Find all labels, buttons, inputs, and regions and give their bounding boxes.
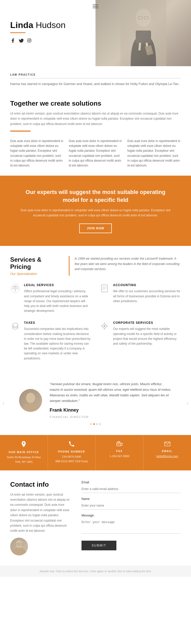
corporate-title: CORPORATE SERVICES (113, 321, 181, 325)
contact-form-right: Email Name Message SUBMIT (81, 481, 181, 555)
services-section: Services & Pricing Our Specialization In… (0, 246, 191, 371)
email-link[interactable]: hello@home.com (156, 455, 178, 458)
twitter-icon[interactable] (18, 38, 24, 43)
solutions-title: Together we create solutions (10, 100, 181, 107)
contact-form-desc: Ut enim ad minim veniam, quis nostrud ex… (10, 492, 71, 534)
phone-label: PHONE NUMBER (52, 450, 91, 453)
svg-point-20 (13, 323, 18, 327)
testimonial-dots (90, 423, 101, 425)
dot-3[interactable] (96, 423, 98, 425)
hero-first-name: Linda (10, 20, 33, 30)
svg-point-4 (136, 9, 151, 27)
accounting-desc: We offer to our customers accounting ser… (113, 289, 181, 304)
svg-rect-33 (121, 443, 122, 445)
fax-icon (100, 441, 139, 448)
svg-rect-0 (28, 39, 31, 42)
services-intro: In 1994 we started providing our service… (69, 256, 181, 276)
solutions-col-1: Duis aute irure dolor in reprehenderit i… (10, 139, 64, 168)
message-form-group: Message (81, 514, 181, 535)
solutions-col-3: Duis aute irure dolor in reprehenderit i… (127, 139, 181, 168)
testimonial-inner: "Aenean pulvinar dui ornare, feugiat lor… (19, 381, 172, 419)
hero-section: Linda Hudson (0, 0, 191, 66)
submit-button[interactable]: SUBMIT (81, 541, 116, 550)
contact-form-left: Contact info Ut enim ad minim veniam, qu… (10, 481, 71, 555)
name-form-label: Name (81, 497, 181, 501)
banner-desc: Duis aute irure dolor in reprehenderit i… (20, 208, 171, 218)
hero-image: FIN (96, 0, 191, 66)
service-legal: LEGAL SERVICES Offers professional legal… (10, 283, 92, 313)
legal-title: LEGAL SERVICES (24, 283, 92, 287)
services-header: Services & Pricing Our Specialization In… (10, 256, 181, 276)
prev-arrow[interactable]: ‹ (3, 400, 4, 407)
solutions-section: Together we create solutions Ut enim ad … (0, 92, 191, 176)
footer-note-text: Sample text. Click to select the text bo… (39, 570, 152, 573)
svg-point-1 (29, 40, 30, 41)
services-grid: LEGAL SERVICES Offers professional legal… (10, 283, 181, 361)
footer-note: Sample text. Click to select the text bo… (0, 566, 191, 577)
contact-bar: OUR MAIN OFFICE SoHo 94 Broadway St NewY… (0, 435, 191, 470)
next-arrow[interactable]: › (187, 400, 188, 407)
contact-fax: FAX 1-234-567-8900 (96, 435, 144, 470)
contact-form-section: Contact info Ut enim ad minim veniam, qu… (0, 470, 191, 566)
law-text: Hanna has starred in campaigns for Garnn… (10, 81, 181, 87)
services-title-block: Services & Pricing Our Specialization (10, 256, 61, 276)
svg-point-25 (104, 325, 105, 327)
svg-point-30 (26, 393, 35, 403)
message-form-label: Message (81, 514, 181, 517)
dot-2[interactable] (93, 423, 95, 425)
service-taxes: TAXES Successful companies take tax impl… (10, 321, 92, 361)
contact-form-title: Contact info (10, 481, 71, 488)
accounting-content: ACCOUNTING We offer to our customers acc… (113, 283, 181, 304)
contact-avatar (10, 538, 28, 555)
fax-value: 1-234-567-8900 (100, 454, 139, 459)
accounting-icon (99, 283, 110, 293)
taxes-content: TAXES Successful companies take tax impl… (24, 321, 92, 361)
email-label: EMAIL (147, 450, 187, 453)
legal-icon (10, 283, 20, 293)
svg-rect-5 (136, 31, 151, 43)
instagram-icon[interactable] (26, 38, 32, 43)
legal-desc: Offers professional legal consulting / a… (24, 289, 92, 313)
testimonial-avatar (19, 389, 42, 412)
facebook-icon[interactable] (10, 38, 16, 43)
message-input[interactable] (81, 518, 181, 534)
service-accounting: ACCOUNTING We offer to our customers acc… (99, 283, 181, 313)
hero-photo: FIN (96, 0, 191, 66)
email-icon (147, 441, 187, 448)
hero-left: Linda Hudson (0, 0, 96, 66)
services-subtitle: Our Specialization (10, 272, 61, 276)
law-practice-section: LAW PRACTICE Hanna has starred in campai… (0, 66, 191, 92)
fax-label: FAX (100, 450, 139, 453)
orange-banner: Our experts will suggest the most suitab… (0, 176, 191, 246)
phone-icon (52, 441, 91, 448)
taxes-title: TAXES (24, 321, 92, 325)
svg-rect-31 (117, 443, 121, 446)
solutions-desc: Ut enim ad minim veniam, quis nostrud ex… (10, 111, 181, 127)
name-input[interactable] (81, 502, 181, 510)
testimonial-quote: "Aenean pulvinar dui ornare, feugiat lor… (50, 382, 171, 403)
join-now-button[interactable]: JOIN NOW (79, 223, 112, 233)
dot-1[interactable] (90, 423, 92, 425)
contact-office: OUR MAIN OFFICE SoHo 94 Broadway St NewY… (0, 435, 48, 470)
email-form-group: Email (81, 481, 181, 493)
contact-phone: PHONE NUMBER 234-9876-5400888-0123-4567 … (48, 435, 96, 470)
orange-divider (10, 32, 25, 33)
name-form-group: Name (81, 497, 181, 510)
office-icon (4, 441, 44, 449)
dot-4[interactable] (99, 423, 101, 425)
svg-rect-16 (101, 285, 107, 292)
testimonial-section: ‹ "Aenean pulvinar dui ornare, feugiat l… (0, 371, 191, 435)
testimonial-text: "Aenean pulvinar dui ornare, feugiat lor… (50, 381, 172, 419)
solutions-columns: Duis aute irure dolor in reprehenderit i… (10, 139, 181, 168)
office-label: OUR MAIN OFFICE (4, 451, 44, 454)
hamburger-menu[interactable] (93, 4, 98, 9)
phone-value: 234-9876-5400888-0123-4567 (Toll Free) (52, 455, 91, 464)
law-label: LAW PRACTICE (10, 73, 181, 78)
orange-bar (10, 131, 31, 132)
email-input[interactable] (81, 485, 181, 493)
office-value: SoHo 94 Broadway St NewYork, NY 1001 (4, 455, 44, 464)
taxes-desc: Successful companies take tax implicatio… (24, 327, 92, 361)
legal-content: LEGAL SERVICES Offers professional legal… (24, 283, 92, 313)
email-value: hello@home.com (147, 454, 187, 459)
svg-point-2 (30, 39, 31, 40)
